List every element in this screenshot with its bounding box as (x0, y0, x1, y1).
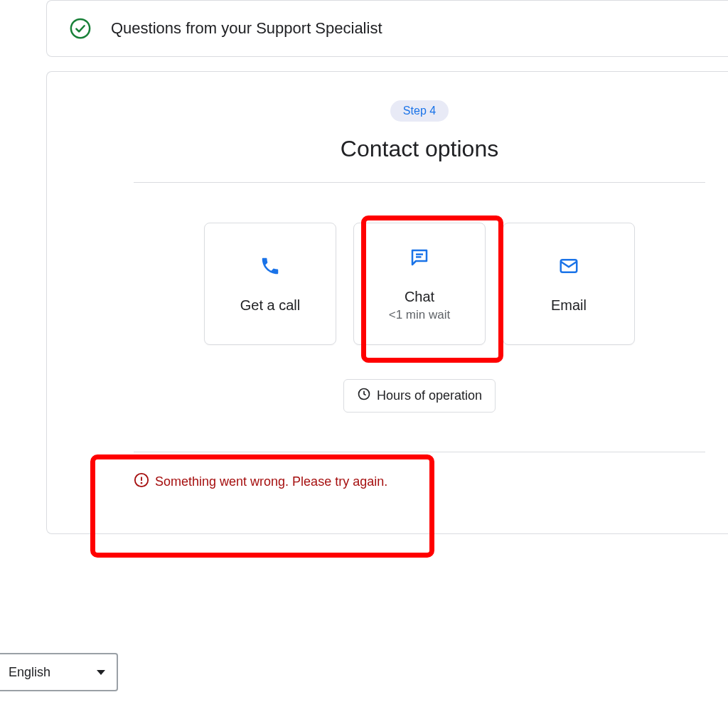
email-label: Email (551, 297, 587, 314)
phone-icon (259, 255, 282, 277)
step-chip: Step 4 (390, 100, 449, 122)
divider-2 (134, 452, 705, 452)
error-message-text: Something went wrong. Please try again. (155, 474, 387, 489)
clock-icon (357, 387, 371, 405)
email-icon (557, 255, 580, 277)
check-circle-icon (70, 18, 91, 39)
contact-options-panel: Step 4 Contact options Get a call Chat <… (46, 71, 728, 534)
get-a-call-card[interactable]: Get a call (204, 223, 336, 345)
chat-icon (408, 246, 431, 269)
language-select[interactable]: English (0, 653, 118, 691)
divider (134, 182, 705, 183)
chat-label: Chat (405, 289, 434, 305)
error-message-row: Something went wrong. Please try again. (134, 472, 705, 491)
chevron-down-icon (97, 670, 105, 675)
email-card[interactable]: Email (503, 223, 635, 345)
questions-panel-title: Questions from your Support Specialist (111, 19, 382, 38)
svg-point-0 (71, 19, 90, 38)
chat-wait-time: <1 min wait (389, 308, 450, 322)
get-a-call-label: Get a call (240, 297, 300, 314)
language-selected-label: English (9, 665, 50, 680)
questions-panel[interactable]: Questions from your Support Specialist (46, 0, 728, 57)
contact-options-title: Contact options (134, 136, 705, 162)
chat-card[interactable]: Chat <1 min wait (353, 223, 486, 345)
contact-options-row: Get a call Chat <1 min wait Email (70, 223, 705, 345)
error-icon (134, 472, 149, 491)
hours-of-operation-label: Hours of operation (377, 388, 482, 403)
svg-point-7 (141, 483, 142, 484)
hours-of-operation-button[interactable]: Hours of operation (343, 379, 496, 413)
